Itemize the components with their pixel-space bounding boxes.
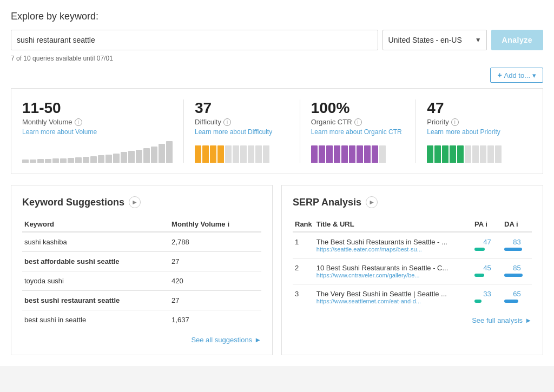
kw-keyword-cell: sushi kashiba [22,232,169,252]
analyze-button[interactable]: Analyze [491,30,543,50]
search-row: United States - en-US United Kingdom - e… [11,30,543,50]
bar [334,145,340,163]
bar [319,145,325,163]
da-info-icon[interactable]: i [516,220,518,228]
col-header-pa: PA i [472,217,502,232]
bar [434,145,441,163]
ctr-info-icon[interactable]: i [354,118,362,126]
difficulty-info-icon[interactable]: i [223,118,231,126]
pa-bar [474,300,482,303]
page-title: Explore by keyword: [11,11,543,22]
bar [326,145,333,163]
bar [349,145,355,163]
kw-volume-cell: 27 [169,252,261,271]
bar [45,159,51,163]
locale-select[interactable]: United States - en-US United Kingdom - e… [382,30,487,50]
add-to-label: Add to... [504,71,530,79]
bar [457,145,464,163]
bar [52,158,59,163]
bar [472,145,479,163]
see-all-suggestions-link[interactable]: See all suggestions ► [191,336,261,344]
difficulty-label: Difficulty i [195,118,289,126]
volume-label: Monthly Volume i [22,118,173,126]
bar [217,145,224,163]
bar [465,145,471,163]
kw-volume-cell: 27 [169,291,261,310]
difficulty-learn-more-link[interactable]: Learn more about Difficulty [195,128,289,136]
bar [487,145,494,163]
serp-url-text[interactable]: https://www.seattlemet.com/eat-and-d... [316,298,470,304]
dropdown-arrow-icon: ▾ [532,71,536,79]
serp-title-text: 10 Best Sushi Restaurants in Seattle - C… [316,264,470,272]
bar [450,145,456,163]
serp-pa-cell: 33 [472,284,502,310]
bar [379,145,386,163]
kw-volume-cell: 420 [169,271,261,291]
volume-info-icon[interactable]: i [75,118,82,126]
pa-info-icon[interactable]: i [485,220,487,228]
bar [210,145,216,163]
bar [151,147,157,163]
serp-url-text[interactable]: https://www.cntraveler.com/gallery/be... [316,272,470,278]
bar [364,145,371,163]
bar [255,145,262,163]
ctr-label: Organic CTR i [311,118,405,126]
pa-score: 33 [474,290,500,298]
pa-score: 45 [474,264,500,272]
priority-learn-more-link[interactable]: Learn more about Priority [427,128,521,136]
bar [159,144,165,163]
metric-volume: 11-50 Monthly Volume i Learn more about … [22,99,184,163]
table-row: best sushi restaurant seattle27 [22,291,261,310]
volume-bar-chart [22,141,173,163]
bar [225,145,232,163]
da-score: 65 [504,290,530,298]
volume-learn-more-link[interactable]: Learn more about Volume [22,128,173,136]
add-to-row: + Add to... ▾ [11,68,543,83]
bar [105,155,112,163]
bar [442,145,449,163]
serp-header-row: Rank Title & URL PA i DA i [293,217,532,232]
bar [311,145,318,163]
kw-keyword-cell: best sushi restaurant seattle [22,291,169,310]
difficulty-bar-chart [195,141,289,163]
serp-table-row: 1The Best Sushi Restaurants in Seattle -… [293,232,532,258]
serp-rank-cell: 1 [293,232,314,258]
bar [233,145,239,163]
ctr-bar-chart [311,141,405,163]
serp-title-text: The Best Sushi Restaurants in Seattle - … [316,238,470,246]
ctr-learn-more-link[interactable]: Learn more about Organic CTR [311,128,405,136]
add-to-button[interactable]: + Add to... ▾ [490,68,543,83]
serp-url-text[interactable]: https://seattle.eater.com/maps/best-su..… [316,246,470,253]
bar [372,145,378,163]
bar [136,150,142,163]
serp-analysis-panel: SERP Analysis ► Rank Title & URL PA i DA [281,185,543,355]
col-header-da: DA i [502,217,532,232]
serp-analysis-expand-icon[interactable]: ► [366,196,378,208]
ctr-value: 100% [311,99,405,117]
table-row: best sushi in seattle1,637 [22,310,261,330]
serp-pa-cell: 45 [472,258,502,284]
locale-wrapper: United States - en-US United Kingdom - e… [382,30,487,50]
priority-value: 47 [427,99,521,117]
plus-icon: + [497,71,502,79]
bar [263,145,269,163]
bar [495,145,502,163]
priority-bar-chart [427,141,521,163]
circle-arrow-icon-serp: ► [525,316,532,324]
serp-table-row: 210 Best Sushi Restaurants in Seattle - … [293,258,532,284]
bar [83,157,89,163]
search-input[interactable] [11,30,378,50]
pa-bar [474,274,484,277]
da-bar [504,248,522,251]
keyword-suggestions-title: Keyword Suggestions ► [22,196,261,208]
bar [341,145,348,163]
keyword-suggestions-expand-icon[interactable]: ► [129,196,141,208]
monthly-volume-info-icon[interactable]: i [228,220,230,228]
bar [113,154,120,163]
serp-rank-cell: 3 [293,284,314,310]
priority-info-icon[interactable]: i [451,118,459,126]
queries-info: 7 of 10 queries available until 07/01 [11,55,543,62]
see-full-analysis-link[interactable]: See full analysis ► [472,316,532,324]
see-all-suggestions-link-wrapper: See all suggestions ► [22,336,261,344]
bar [98,155,104,163]
